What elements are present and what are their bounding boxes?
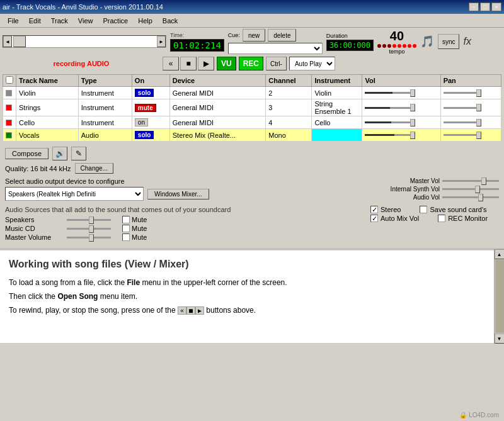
scroll-down-arrow[interactable]: ▼ <box>495 334 505 344</box>
speakers-slider[interactable] <box>67 219 117 221</box>
menu-track[interactable]: Track <box>46 16 73 26</box>
audio-vol-slider[interactable] <box>442 196 499 198</box>
automix-checkbox[interactable]: ✓ <box>370 215 378 222</box>
save-soundcard-checkbox[interactable] <box>420 206 427 213</box>
vol-slider-vocals[interactable] <box>365 132 415 139</box>
vol-slider-violin[interactable] <box>365 89 415 97</box>
automix-label: Auto Mix Vol <box>381 215 419 222</box>
delete-cue-button[interactable]: delete <box>268 29 296 42</box>
table-row: Strings Instrument mute General MIDI 3 S… <box>3 99 501 116</box>
rewind-button[interactable]: « <box>163 57 179 70</box>
pencil-icon-btn[interactable]: ✎ <box>71 147 86 160</box>
bottom-controls: Compose 🔊 ✎ Quality: 16 bit 44 kHz Chang… <box>3 144 501 246</box>
quality-text: Quality: 16 bit 44 kHz <box>5 165 71 172</box>
table-row: Violin Instrument solo General MIDI 2 Vi… <box>3 87 501 99</box>
track-indicator <box>6 120 12 126</box>
time-display: 01:02:214 <box>170 39 224 52</box>
scroll-thumb[interactable] <box>13 36 26 47</box>
track-name-strings[interactable]: Strings <box>16 99 79 116</box>
mastervol-slider[interactable] <box>67 237 117 239</box>
stereo-checkbox[interactable]: ✓ <box>370 206 378 213</box>
minimize-button[interactable]: − <box>469 3 479 11</box>
pan-slider-violin[interactable] <box>444 89 481 97</box>
menu-edit[interactable]: Edit <box>24 16 46 26</box>
scroll-track-horizontal[interactable]: ◄ ► <box>3 35 166 48</box>
mute-button-strings[interactable]: mute <box>135 104 156 112</box>
play-button[interactable]: ▶ <box>198 57 214 70</box>
stereo-label: Stereo <box>381 206 401 213</box>
tempo-dot-3 <box>387 44 391 48</box>
automix-row: ✓ Auto Mix Vol REC Monitor <box>370 215 499 222</box>
track-name-violin[interactable]: Violin <box>16 87 79 99</box>
automix-option: ✓ Auto Mix Vol <box>370 215 419 222</box>
time-label: Time: <box>170 32 224 38</box>
mute-checkbox-mastervol[interactable] <box>122 233 130 241</box>
audio-device-select[interactable]: Speakers (Realtek High Definiti <box>5 187 144 201</box>
tempo-dot-4 <box>392 44 396 48</box>
track-name-cello[interactable]: Cello <box>16 116 79 129</box>
vu-button[interactable]: VU <box>217 57 236 70</box>
track-name-vocals[interactable]: Vocals <box>16 129 79 142</box>
audio-sources: Speakers Mute Music CD <box>5 216 360 241</box>
pan-slider-strings[interactable] <box>444 104 481 111</box>
menu-back[interactable]: Back <box>158 16 183 26</box>
stop-button[interactable]: ■ <box>180 57 197 70</box>
quality-row: Quality: 16 bit 44 kHz Change... <box>5 163 499 174</box>
save-soundcard-label: Save sound card's <box>430 206 486 213</box>
compose-button[interactable]: Compose <box>5 148 49 159</box>
mute-checkbox-musiccd[interactable] <box>122 225 130 232</box>
maximize-button[interactable]: □ <box>480 3 490 11</box>
vol-control-audio: Audio Vol <box>370 194 499 201</box>
col-on: On <box>132 75 169 87</box>
solo-button-violin[interactable]: solo <box>135 89 154 97</box>
tempo-dot-2 <box>382 44 386 48</box>
mastervol-mute: Mute <box>122 233 147 241</box>
left-controls: Select audio output device to configure … <box>5 177 360 244</box>
menu-practice[interactable]: Practice <box>98 16 133 26</box>
pan-slider-cello[interactable] <box>444 119 481 126</box>
rec-button[interactable]: REC <box>239 57 263 70</box>
scroll-up-arrow[interactable]: ▲ <box>495 249 505 259</box>
col-type: Type <box>78 75 132 87</box>
top-toolbar: ◄ ► Time: 01:02:214 Cue: new delete Dura… <box>3 30 501 53</box>
right-controls: Master Vol Internal Synth Vol Audio Vol <box>370 177 499 244</box>
on-button-cello[interactable]: on <box>135 118 148 126</box>
track-indicator <box>6 104 12 111</box>
col-channel: Channel <box>266 75 312 87</box>
master-vol-slider[interactable] <box>442 180 499 182</box>
synth-vol-slider[interactable] <box>442 188 499 190</box>
musiccd-slider[interactable] <box>67 228 117 230</box>
rec-monitor-checkbox[interactable] <box>438 215 445 222</box>
help-line-1: To load a song from a file, click the Fi… <box>9 277 485 288</box>
windows-mixer-button[interactable]: Windows Mixer... <box>147 189 209 199</box>
mute-checkbox-speakers[interactable] <box>122 216 130 223</box>
track-indicator <box>6 132 12 138</box>
scroll-left-arrow[interactable]: ◄ <box>3 36 12 47</box>
new-cue-button[interactable]: new <box>243 29 265 42</box>
menu-view[interactable]: View <box>73 16 98 26</box>
menu-file[interactable]: File <box>3 16 24 26</box>
close-button[interactable]: × <box>491 3 501 11</box>
change-button[interactable]: Change... <box>75 163 113 174</box>
vol-slider-cello[interactable] <box>365 119 415 126</box>
source-name-speakers: Speakers <box>5 216 62 223</box>
menu-help[interactable]: Help <box>133 16 158 26</box>
ctrl-button[interactable]: Ctrl- <box>266 57 287 70</box>
transport-controls: « ■ ▶ <box>163 57 214 70</box>
sync-button[interactable]: sync <box>438 34 460 49</box>
scroll-right-arrow[interactable]: ► <box>157 36 166 47</box>
fx-label: fx <box>463 36 471 47</box>
cue-dropdown[interactable] <box>228 43 323 54</box>
speaker-icon-btn[interactable]: 🔊 <box>52 147 67 160</box>
autoplay-select[interactable]: Auto Play <box>289 57 335 70</box>
vol-slider-strings[interactable] <box>365 104 415 111</box>
select-all-checkbox[interactable] <box>6 76 13 84</box>
mixed-controls: Select audio output device to configure … <box>5 177 499 244</box>
help-section: Working with song files (View / Mixer) T… <box>0 249 494 343</box>
track-indicator <box>6 90 12 96</box>
col-pan: Pan <box>440 75 501 87</box>
duration-display: 36:00:000 <box>326 40 374 51</box>
solo-button-vocals[interactable]: solo <box>135 131 154 139</box>
pan-slider-vocals[interactable] <box>444 132 481 139</box>
col-vol: Vol <box>362 75 440 87</box>
